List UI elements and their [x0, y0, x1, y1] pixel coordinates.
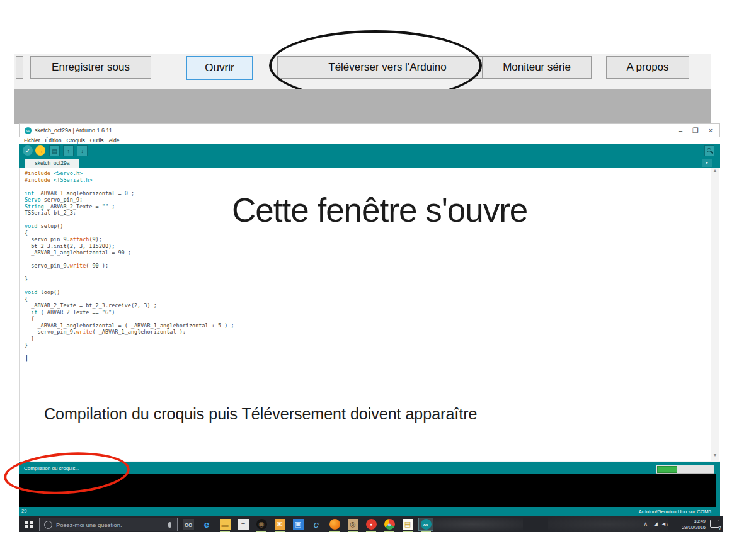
top-button-enregistrer-sous[interactable]: Enregistrer sous: [30, 56, 151, 79]
code-line: [25, 349, 234, 356]
code-line: {: [25, 296, 234, 303]
map-pin-icon[interactable]: ●: [364, 518, 378, 530]
verify-icon[interactable]: ✓: [23, 145, 33, 156]
code-line: servo_pin_9.attach(9);: [25, 236, 234, 243]
top-button-moniteur-s-rie[interactable]: Moniteur série: [482, 56, 592, 79]
code-line: int _ABVAR_1_anglehorizontal = 0 ;: [25, 190, 234, 197]
code-line: }: [25, 276, 234, 283]
code-line: servo_pin_9.write( 90 );: [25, 263, 234, 270]
clock-date: 29/10/2016: [682, 525, 706, 531]
ide-toolbar: ✓ → ▤ ↑ ↓: [19, 144, 720, 158]
notification-count: 7: [719, 526, 721, 530]
upload-icon[interactable]: →: [35, 145, 45, 156]
code-line: void setup(): [25, 223, 234, 230]
hidden-icons-chevron-icon[interactable]: ∧: [643, 521, 648, 527]
microphone-icon[interactable]: [168, 522, 171, 528]
internet-explorer-icon[interactable]: e: [309, 518, 323, 530]
edge-icon[interactable]: e: [200, 518, 214, 530]
tab-menu-icon[interactable]: ▼: [702, 159, 712, 167]
code-line: #include <TSSerial.h>: [25, 177, 234, 184]
cortana-search-input[interactable]: Posez-moi une question.: [39, 518, 178, 531]
chrome-icon: ●: [384, 519, 395, 530]
code-line: servo_pin_9.write( _ABVAR_1_anglehorizon…: [25, 329, 234, 336]
photos-icon[interactable]: ▣: [291, 518, 305, 530]
restore-button[interactable]: ❐: [690, 127, 701, 135]
edge-icon: e: [202, 519, 212, 530]
clipboard-icon[interactable]: ≡: [236, 518, 250, 530]
code-line: _ABVAR_2_Texte = bt_2_3.receive(2, 3) ;: [25, 302, 234, 309]
top-button-ouvrir[interactable]: Ouvrir: [186, 56, 253, 80]
taskbar-background-art: [548, 516, 668, 532]
code-line: bt_2_3.init(2, 3, 115200);: [25, 243, 234, 250]
arduino-icon: ∞: [421, 519, 432, 530]
speaker-icon[interactable]: ◄): [661, 521, 668, 527]
window-title: sketch_oct29a | Arduino 1.6.11: [35, 127, 112, 134]
minimize-button[interactable]: –: [675, 127, 685, 134]
utility-app-icon[interactable]: ◎: [346, 518, 360, 530]
start-button[interactable]: [24, 520, 34, 530]
gray-divider-bar: [14, 89, 711, 124]
windows-taskbar: Posez-moi une question. ooe▬≡◉✉▣e◎●●▤∞ ∧…: [19, 516, 723, 532]
code-line: if (_ABVAR_2_Texte == "G"): [25, 309, 234, 316]
menu-croquis[interactable]: Croquis: [67, 137, 85, 144]
network-icon[interactable]: ◢: [653, 521, 658, 527]
board-port-status: Arduino/Genuino Uno sur COM5: [638, 509, 711, 514]
top-button-a-propos[interactable]: A propos: [606, 56, 689, 79]
ide-footer: 29 Arduino/Genuino Uno sur COM5: [19, 507, 720, 516]
menu-bar: FichierÉditionCroquisOutilsAide: [19, 137, 720, 144]
file-explorer-icon[interactable]: ▬: [218, 518, 232, 530]
scroll-down-icon[interactable]: ▼: [711, 453, 719, 457]
save-icon[interactable]: ↓: [77, 145, 88, 156]
serial-monitor-icon[interactable]: [704, 145, 714, 156]
top-toolbar: Enregistrer sousOuvrirTéléverser vers l'…: [14, 54, 711, 89]
internet-explorer-icon: e: [311, 519, 322, 530]
line-number-indicator: 29: [21, 508, 26, 514]
menu-aide[interactable]: Aide: [109, 137, 120, 144]
clipboard-icon: ≡: [238, 519, 249, 530]
code-line: TSSerial bt_2_3;: [25, 210, 234, 217]
action-center-icon[interactable]: 7: [710, 520, 719, 528]
mail-icon[interactable]: ✉: [273, 518, 287, 530]
magnifier-icon: [707, 148, 711, 152]
camera-lens-icon: ◉: [256, 519, 267, 530]
console-output: [19, 474, 720, 507]
document-app-icon[interactable]: ▤: [401, 518, 415, 530]
taskbar-background-art: [422, 518, 523, 531]
code-line: [25, 183, 234, 190]
firefox-icon[interactable]: [328, 518, 341, 530]
code-text: #include <Servo.h>#include <TSSerial.h> …: [25, 170, 234, 362]
clock-time: 18:49: [682, 518, 706, 525]
code-line: [25, 270, 234, 276]
code-line: {: [25, 315, 234, 322]
code-line: _ABVAR_1_anglehorizontal = 90 ;: [25, 249, 234, 256]
close-button[interactable]: ×: [706, 127, 716, 134]
arduino-icon[interactable]: ∞: [419, 518, 433, 530]
menu-fichier[interactable]: Fichier: [24, 137, 40, 144]
tutorial-caption: Compilation du croquis puis Téléversemen…: [44, 405, 477, 423]
code-line: {: [25, 230, 234, 237]
file-explorer-icon: ▬: [220, 519, 231, 530]
headset-icon[interactable]: oo: [181, 518, 195, 530]
cortana-icon: [44, 521, 52, 529]
arduino-app-icon: ∞: [25, 127, 32, 134]
map-pin-icon: ●: [366, 519, 377, 530]
code-line: String _ABVAR_2_Texte = "" ;: [25, 203, 234, 210]
window-title-bar: ∞ sketch_oct29a | Arduino 1.6.11 – ❐ ×: [19, 123, 720, 137]
vertical-scrollbar[interactable]: ▲ ▼: [711, 168, 719, 461]
tab-bar: sketch_oct29a ▼: [19, 158, 720, 168]
open-icon[interactable]: ↑: [63, 145, 74, 156]
new-sketch-icon[interactable]: ▤: [49, 145, 60, 156]
arduino-ide-window: ∞ sketch_oct29a | Arduino 1.6.11 – ❐ × F…: [19, 123, 720, 516]
scroll-up-icon[interactable]: ▲: [711, 168, 719, 173]
menu-outils[interactable]: Outils: [90, 137, 104, 144]
mail-icon: ✉: [275, 519, 285, 530]
code-line: [25, 283, 234, 290]
camera-lens-icon[interactable]: ◉: [255, 518, 268, 530]
chrome-icon[interactable]: ●: [382, 518, 396, 530]
tab-sketch[interactable]: sketch_oct29a: [25, 159, 79, 168]
code-line: [25, 217, 234, 224]
search-placeholder: Posez-moi une question.: [56, 521, 168, 528]
clock[interactable]: 18:49 29/10/2016: [682, 518, 706, 530]
menu-dition[interactable]: Édition: [45, 137, 62, 144]
code-line: Servo servo_pin_9;: [25, 196, 234, 203]
